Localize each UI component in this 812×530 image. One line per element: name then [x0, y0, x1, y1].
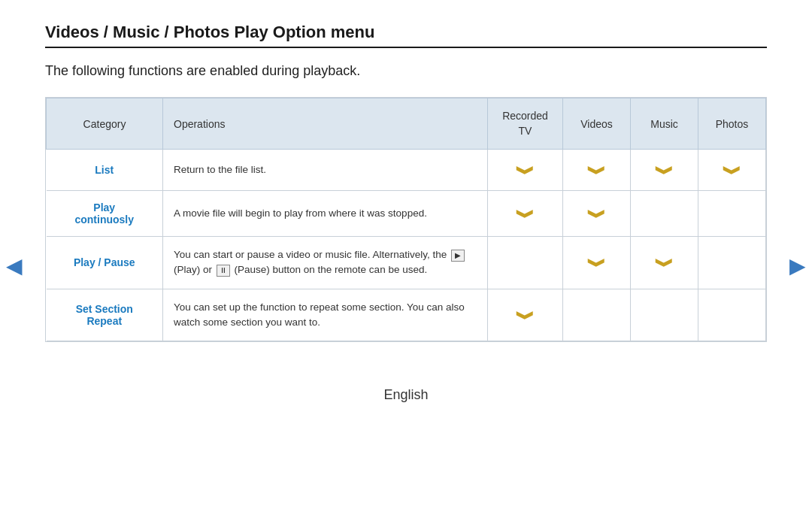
category-play-continuously: Playcontinuosly	[47, 191, 163, 237]
header-category: Category	[47, 98, 163, 150]
check-music-play-pause: ❱	[631, 237, 698, 289]
page-subtitle: The following functions are enabled duri…	[45, 63, 767, 79]
check-photos-list: ❱	[698, 150, 766, 191]
operations-play-continuously: A movie file will begin to play from whe…	[163, 191, 488, 237]
header-music: Music	[631, 98, 698, 150]
check-recorded-play-pause	[488, 237, 563, 289]
header-photos: Photos	[698, 98, 766, 150]
check-videos-play-cont: ❱	[563, 191, 631, 237]
check-recorded-play-cont: ❱	[488, 191, 563, 237]
check-music-list: ❱	[631, 150, 698, 191]
check-music-set-section	[631, 289, 698, 341]
content-table: Category Operations Recorded TV Videos M…	[46, 98, 766, 341]
check-recorded-set-section: ❱	[488, 289, 563, 341]
main-table-wrapper: Category Operations Recorded TV Videos M…	[45, 97, 767, 342]
category-list: List	[47, 150, 163, 191]
operations-play-pause: You can start or pause a video or music …	[163, 237, 488, 289]
table-row: Playcontinuosly A movie file will begin …	[47, 191, 766, 237]
header-recorded-tv: Recorded TV	[488, 98, 563, 150]
operations-set-section-repeat: You can set up the function to repeat so…	[163, 289, 488, 341]
check-music-play-cont	[631, 191, 698, 237]
check-photos-play-pause	[698, 237, 766, 289]
header-videos: Videos	[563, 98, 631, 150]
header-operations: Operations	[163, 98, 488, 150]
check-recorded-list: ❱	[488, 150, 563, 191]
category-play-pause: Play / Pause	[47, 237, 163, 289]
table-row: List Return to the file list. ❱ ❱ ❱ ❱	[47, 150, 766, 191]
check-videos-set-section	[563, 289, 631, 341]
check-videos-play-pause: ❱	[563, 237, 631, 289]
table-row: Set SectionRepeat You can set up the fun…	[47, 289, 766, 341]
table-row: Play / Pause You can start or pause a vi…	[47, 237, 766, 289]
play-icon: ▶	[451, 250, 465, 262]
check-videos-list: ❱	[563, 150, 631, 191]
table-header-row: Category Operations Recorded TV Videos M…	[47, 98, 766, 150]
category-set-section-repeat: Set SectionRepeat	[47, 289, 163, 341]
footer-language: English	[45, 387, 767, 403]
check-photos-set-section	[698, 289, 766, 341]
pause-icon: ⏸	[217, 265, 230, 277]
operations-list: Return to the file list.	[163, 150, 488, 191]
page-title: Videos / Music / Photos Play Option menu	[45, 23, 767, 48]
check-photos-play-cont	[698, 191, 766, 237]
